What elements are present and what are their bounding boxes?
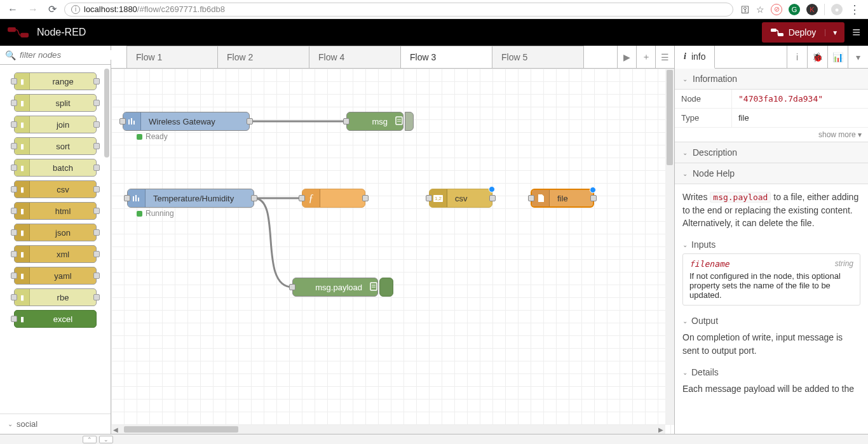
- chevron-down-icon: ⌄: [682, 318, 688, 325]
- back-button[interactable]: ←: [5, 4, 20, 15]
- collapse-palette-button[interactable]: ⌃: [83, 436, 97, 443]
- port-out[interactable]: [590, 195, 597, 201]
- node-file[interactable]: file: [531, 189, 594, 208]
- sidebar-body: ⌄ Information Node "4703fa10.7da934" Typ…: [675, 69, 868, 434]
- canvas[interactable]: Wireless Gateway Ready msg: [111, 69, 674, 434]
- ext-icon-2[interactable]: G: [789, 4, 800, 15]
- subsection-label: Inputs: [691, 239, 715, 250]
- node-status: Ready: [137, 132, 168, 141]
- palette-node-sort[interactable]: ▮sort: [14, 137, 97, 155]
- palette-node-join[interactable]: ▮join: [14, 116, 97, 133]
- palette-node-label: range: [30, 77, 96, 86]
- sidebar-tabs: i info i 🐞 📊 ▾: [675, 46, 868, 69]
- sidebar-tab-debug-icon[interactable]: 🐞: [807, 46, 827, 68]
- palette-filter: 🔍: [0, 46, 111, 65]
- show-more-link[interactable]: show more ▾: [675, 128, 868, 142]
- debug-toggle[interactable]: [379, 278, 393, 297]
- deploy-button[interactable]: Deploy ▼: [762, 22, 845, 43]
- scroll-left-icon[interactable]: ◀: [111, 425, 120, 434]
- node-csv[interactable]: 1,2 csv: [429, 189, 492, 208]
- palette-node-html[interactable]: ▮html: [14, 202, 97, 220]
- forward-button[interactable]: →: [25, 4, 41, 15]
- port-out[interactable]: [247, 118, 253, 124]
- canvas-scrollbar-h[interactable]: ◀ ▶: [111, 425, 665, 434]
- node-function[interactable]: ƒ: [302, 189, 365, 208]
- sidebar-tab-chart-icon[interactable]: 📊: [827, 46, 848, 68]
- tab-flow-2[interactable]: Flow 2: [218, 46, 309, 68]
- palette-node-label: json: [30, 228, 96, 238]
- palette-node-batch[interactable]: ▮batch: [14, 159, 97, 177]
- ext-icon-1[interactable]: ⊘: [771, 4, 782, 15]
- port-in[interactable]: [426, 195, 432, 201]
- tab-flow-3[interactable]: Flow 3: [401, 46, 492, 68]
- node-icon: [128, 189, 146, 207]
- profile-icon[interactable]: ●: [831, 4, 843, 15]
- palette-node-yaml[interactable]: ▮yaml: [14, 267, 97, 285]
- key-icon[interactable]: ⚿: [741, 4, 750, 15]
- tab-flow-1[interactable]: Flow 1: [126, 46, 218, 68]
- palette-node-label: excel: [30, 314, 96, 324]
- port-in[interactable]: [299, 195, 305, 201]
- port-out[interactable]: [251, 195, 257, 201]
- status-dot-icon: [137, 211, 142, 217]
- browser-menu-icon[interactable]: ⋮: [849, 3, 860, 17]
- workspace: Flow 1Flow 2Flow 4Flow 3Flow 5 ▶ ＋ ☰ Wir…: [111, 46, 674, 434]
- info-value: file: [732, 109, 868, 127]
- port-out[interactable]: [489, 195, 496, 201]
- palette-node-rbe[interactable]: ▮rbe: [14, 288, 97, 306]
- palette-node-json[interactable]: ▮json: [14, 224, 97, 241]
- tabs-scroll-right-icon[interactable]: ▶: [617, 46, 636, 68]
- flow-list-button[interactable]: ☰: [655, 46, 674, 68]
- extension-icons: ⚿ ☆ ⊘ G K ● ⋮: [738, 3, 863, 17]
- palette-node-split[interactable]: ▮split: [14, 94, 97, 112]
- node-wireless-gateway[interactable]: Wireless Gateway: [123, 112, 250, 131]
- port-in[interactable]: [528, 195, 534, 201]
- scroll-right-icon[interactable]: ▶: [656, 425, 665, 434]
- port-out[interactable]: [362, 195, 369, 201]
- status-text: Ready: [146, 132, 168, 141]
- node-msg-payload-debug[interactable]: msg.payload: [292, 278, 378, 297]
- expand-palette-button[interactable]: ⌄: [99, 436, 113, 443]
- port-in[interactable]: [343, 118, 349, 124]
- reload-button[interactable]: ⟳: [46, 3, 59, 15]
- port-in[interactable]: [289, 284, 295, 290]
- section-node-help[interactable]: ⌄ Node Help: [675, 163, 868, 184]
- csv-icon: 1,2: [430, 189, 447, 207]
- deploy-caret-icon[interactable]: ▼: [825, 29, 844, 36]
- node-label: file: [550, 194, 593, 203]
- site-info-icon[interactable]: i: [71, 5, 80, 14]
- tab-flow-4[interactable]: Flow 4: [309, 46, 401, 68]
- section-description[interactable]: ⌄ Description: [675, 142, 868, 163]
- subsection-inputs[interactable]: ⌄ Inputs: [675, 236, 868, 253]
- add-flow-button[interactable]: ＋: [636, 46, 655, 68]
- node-temperature-humidity[interactable]: Temperature/Humidity: [127, 189, 254, 208]
- subsection-details[interactable]: ⌄ Details: [675, 363, 868, 381]
- palette-node-csv[interactable]: ▮csv: [14, 180, 97, 198]
- function-icon: ƒ: [302, 189, 320, 207]
- palette-node-range[interactable]: ▮range: [14, 72, 97, 90]
- url-bar[interactable]: i localhost:1880/#flow/c2697771.fb6db8: [64, 3, 733, 17]
- app-header: Node-RED Deploy ▼ ≡: [0, 19, 868, 46]
- sidebar-tab-info[interactable]: i info: [675, 46, 715, 69]
- palette-category-social[interactable]: ⌄ social: [0, 414, 111, 434]
- palette-node-xml[interactable]: ▮xml: [14, 245, 97, 263]
- palette-node-excel[interactable]: ▮excel: [14, 310, 97, 328]
- info-key: Node: [675, 90, 732, 108]
- tab-flow-5[interactable]: Flow 5: [492, 46, 584, 68]
- port-in[interactable]: [119, 118, 126, 124]
- sidebar-tab-info-icon[interactable]: i: [787, 46, 807, 68]
- port-in[interactable]: [124, 195, 130, 201]
- ext-icon-3[interactable]: K: [806, 4, 818, 15]
- sidebar-tab-menu-icon[interactable]: ▾: [848, 46, 868, 68]
- input-prop-desc: If not configured in the node, this opti…: [689, 271, 853, 300]
- node-msg-debug[interactable]: msg: [346, 112, 403, 131]
- main-menu-icon[interactable]: ≡: [852, 24, 860, 41]
- section-information[interactable]: ⌄ Information: [675, 69, 868, 90]
- star-icon[interactable]: ☆: [756, 4, 764, 15]
- subsection-output[interactable]: ⌄ Output: [675, 312, 868, 330]
- debug-toggle[interactable]: [405, 112, 414, 131]
- canvas-scrollbar-v[interactable]: [665, 69, 674, 425]
- info-value: "4703fa10.7da934": [732, 90, 868, 108]
- info-key: Type: [675, 109, 732, 127]
- palette-node-label: batch: [30, 163, 96, 173]
